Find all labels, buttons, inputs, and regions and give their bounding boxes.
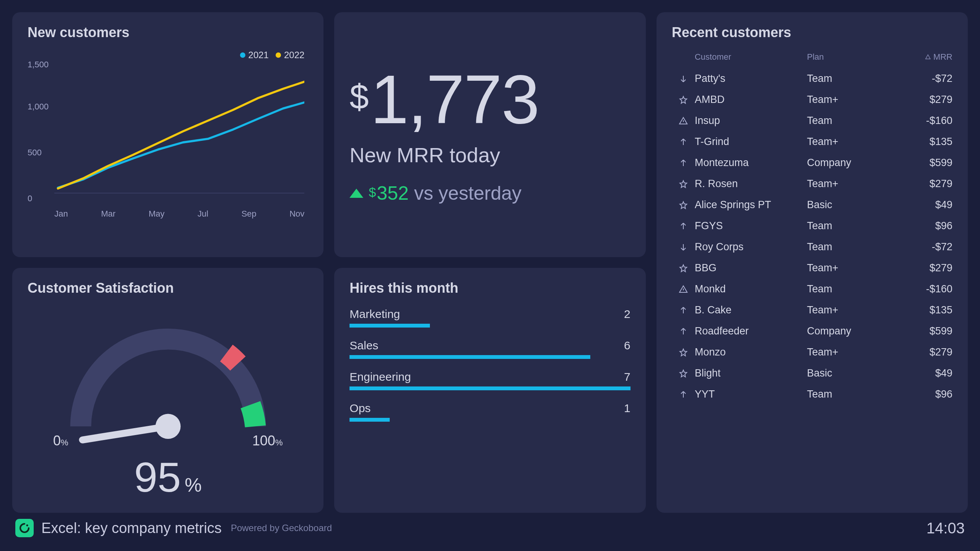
customer-mrr: $135 (891, 136, 952, 148)
table-row: AMBD Team+ $279 (672, 89, 952, 110)
customer-name: Roy Corps (695, 241, 807, 253)
star-icon (672, 367, 695, 379)
customer-mrr: $49 (891, 367, 952, 379)
customer-plan: Team (807, 388, 891, 400)
customer-mrr: $279 (891, 346, 952, 358)
hire-row: Engineering7 (350, 370, 630, 390)
customer-plan: Team (807, 283, 891, 295)
customer-mrr: $96 (891, 388, 952, 400)
new-mrr-card: $1,773 New MRR today $352 vs yesterday (334, 12, 645, 257)
table-row: BBG Team+ $279 (672, 258, 952, 279)
down-icon (672, 241, 695, 253)
hires-card: Hires this month Marketing2Sales6Enginee… (334, 268, 645, 513)
customer-name: Monkd (695, 283, 807, 295)
customer-mrr: $96 (891, 220, 952, 232)
table-row: T-Grind Team+ $135 (672, 131, 952, 152)
y-tick: 1,000 (28, 102, 49, 112)
customer-mrr: $135 (891, 304, 952, 316)
star-icon (672, 346, 695, 358)
y-tick: 1,500 (28, 60, 49, 70)
customer-name: FGYS (695, 220, 807, 232)
clock: 14:03 (926, 520, 965, 537)
customer-plan: Team (807, 241, 891, 253)
gauge-min: 0% (53, 433, 69, 449)
header-mrr: MRR (891, 52, 952, 62)
star-icon (672, 178, 695, 190)
up-icon (672, 157, 695, 169)
svg-point-3 (26, 525, 28, 527)
triangle-icon (925, 54, 931, 60)
gauge-chart (46, 308, 291, 447)
geckoboard-logo-icon (15, 519, 34, 537)
csat-title: Customer Satisfaction (28, 280, 308, 296)
recent-customers-card: Recent customers Customer Plan MRR Patty… (657, 12, 968, 513)
customer-plan: Company (807, 157, 891, 169)
customer-plan: Team (807, 220, 891, 232)
down-icon (672, 73, 695, 85)
star-icon (672, 199, 695, 211)
hire-row: Marketing2 (350, 308, 630, 328)
customer-mrr: -$160 (891, 283, 952, 295)
new-customers-card: New customers 2021 2022 1,500 1,000 500 … (12, 12, 323, 257)
hire-value: 7 (624, 370, 630, 383)
x-tick: Nov (289, 209, 304, 219)
customer-name: Monzo (695, 346, 807, 358)
customer-name: Insup (695, 115, 807, 127)
customer-name: Blight (695, 367, 807, 379)
hire-row: Ops1 (350, 402, 630, 422)
currency-symbol: $ (350, 78, 368, 116)
customer-mrr: $599 (891, 325, 952, 337)
table-header: Customer Plan MRR (672, 48, 952, 68)
customer-mrr: $279 (891, 262, 952, 274)
footer: Excel: key company metrics Powered by Ge… (0, 513, 980, 543)
customer-mrr: $599 (891, 157, 952, 169)
customer-plan: Team+ (807, 346, 891, 358)
y-tick: 0 (28, 194, 32, 204)
customer-plan: Basic (807, 199, 891, 211)
mrr-delta-suffix: vs yesterday (414, 182, 522, 204)
table-row: R. Rosen Team+ $279 (672, 173, 952, 194)
customer-plan: Team+ (807, 94, 891, 106)
up-icon (672, 304, 695, 316)
customer-mrr: $279 (891, 94, 952, 106)
table-row: YYT Team $96 (672, 384, 952, 405)
customer-name: BBG (695, 262, 807, 274)
x-tick: Mar (101, 209, 116, 219)
customer-name: Patty's (695, 73, 807, 85)
up-icon (672, 220, 695, 232)
new-customers-title: New customers (28, 24, 308, 41)
customer-plan: Team (807, 115, 891, 127)
hire-row: Sales6 (350, 339, 630, 359)
table-row: Roadfeeder Company $599 (672, 321, 952, 342)
customer-plan: Team+ (807, 178, 891, 190)
gauge-value: 95% (134, 453, 202, 501)
star-icon (672, 94, 695, 106)
hire-label: Ops (350, 402, 371, 415)
table-row: FGYS Team $96 (672, 215, 952, 236)
powered-by: Powered by Geckoboard (231, 523, 332, 533)
customer-plan: Team+ (807, 304, 891, 316)
up-icon (672, 136, 695, 148)
table-row: Blight Basic $49 (672, 363, 952, 384)
dashboard-title: Excel: key company metrics (41, 520, 222, 536)
mrr-delta: $352 vs yesterday (350, 182, 630, 204)
customer-plan: Team (807, 73, 891, 85)
x-tick: Sep (242, 209, 256, 219)
currency-symbol: $ (369, 185, 376, 199)
x-tick: May (149, 209, 165, 219)
csat-card: Customer Satisfaction 0% 100% 95% (12, 268, 323, 513)
warn-icon (672, 115, 695, 127)
mrr-value: $1,773 (350, 65, 630, 134)
up-triangle-icon (350, 189, 363, 198)
customer-name: T-Grind (695, 136, 807, 148)
table-row: Monzo Team+ $279 (672, 342, 952, 363)
warn-icon (672, 283, 695, 295)
x-tick: Jul (198, 209, 208, 219)
hire-value: 2 (624, 308, 630, 321)
customer-mrr: -$160 (891, 115, 952, 127)
customer-mrr: -$72 (891, 241, 952, 253)
table-row: Monkd Team -$160 (672, 279, 952, 300)
customer-name: Roadfeeder (695, 325, 807, 337)
customer-plan: Basic (807, 367, 891, 379)
mrr-label: New MRR today (350, 143, 630, 167)
